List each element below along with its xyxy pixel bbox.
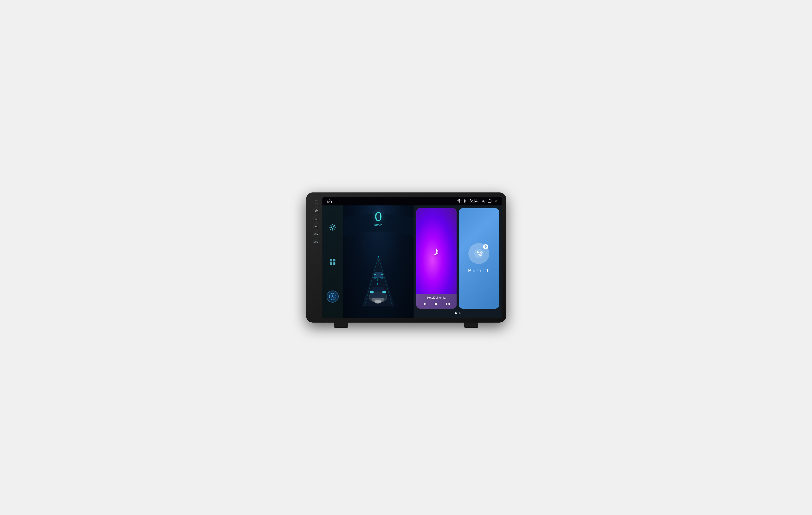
- mic-label: MIC: [315, 200, 318, 201]
- time-display: 8:14: [469, 199, 477, 204]
- album-art-area: ♪: [416, 208, 457, 294]
- cards-panel: ♪ HotelCalifornia ⏮ ▶ ⏭: [413, 206, 502, 319]
- pagination-dot-2[interactable]: [459, 312, 461, 314]
- chevron-up-icon[interactable]: [481, 199, 485, 203]
- song-title: HotelCalifornia: [419, 296, 454, 299]
- music-card-info: HotelCalifornia ⏮ ▶ ⏭: [416, 294, 457, 309]
- svg-point-39: [474, 249, 484, 258]
- pagination-dot-1[interactable]: [455, 312, 457, 314]
- volume-up-button[interactable]: 🔊▲: [313, 231, 320, 238]
- main-content: 0 km/h: [322, 206, 502, 319]
- driving-view: 0 km/h: [343, 206, 413, 319]
- home-hw-button[interactable]: ⌂: [313, 215, 320, 222]
- svg-point-23: [380, 277, 384, 279]
- status-bar-right: 8:14: [457, 199, 498, 204]
- screen: 8:14: [322, 196, 502, 319]
- phone-bluetooth-icon: [473, 248, 484, 259]
- wifi-icon: [457, 200, 461, 203]
- settings-gear-icon: [329, 223, 337, 231]
- bluetooth-label: Bluetooth: [468, 268, 490, 274]
- cards-row: ♪ HotelCalifornia ⏮ ▶ ⏭: [416, 208, 499, 309]
- power-button[interactable]: ⏻: [313, 207, 320, 214]
- svg-rect-4: [333, 259, 336, 262]
- bluetooth-status-icon: [463, 199, 466, 203]
- bluetooth-card[interactable]: Bluetooth: [459, 208, 499, 309]
- sidebar-settings-button[interactable]: [327, 221, 339, 233]
- volume-down-icon: 🔊▼: [314, 241, 319, 243]
- svg-point-17: [374, 300, 381, 304]
- svg-rect-30: [373, 287, 383, 291]
- back-hw-button[interactable]: ↩: [313, 223, 320, 230]
- bluetooth-small-icon: [485, 245, 487, 248]
- volume-down-button[interactable]: 🔊▼: [313, 239, 320, 245]
- svg-rect-20: [374, 274, 376, 275]
- svg-rect-0: [488, 200, 491, 203]
- physical-button-panel: MIC RST ⏻ ⌂ ↩ 🔊▲ 🔊▼: [310, 196, 322, 319]
- sidebar-navigation-button[interactable]: [327, 291, 339, 303]
- app-sidebar: [322, 206, 343, 319]
- home-soft-icon: [327, 199, 332, 203]
- svg-rect-5: [330, 262, 332, 265]
- svg-point-1: [331, 226, 334, 229]
- status-bar: 8:14: [322, 196, 502, 206]
- prev-track-button[interactable]: ⏮: [421, 301, 428, 307]
- power-icon: ⏻: [315, 209, 318, 212]
- status-icons: [457, 199, 466, 203]
- head-unit: MIC RST ⏻ ⌂ ↩ 🔊▲ 🔊▼: [306, 192, 506, 323]
- music-note-icon: ♪: [433, 244, 439, 258]
- music-controls: ⏮ ▶ ⏭: [419, 301, 454, 307]
- recent-apps-icon[interactable]: [488, 199, 492, 203]
- speed-unit: km/h: [374, 223, 382, 227]
- pagination-dots: [416, 311, 499, 315]
- svg-rect-19: [375, 272, 382, 274]
- nav-icons: [481, 199, 498, 203]
- status-bar-left: [326, 198, 333, 204]
- speed-display: 0 km/h: [374, 210, 382, 227]
- back-soft-icon[interactable]: [494, 199, 498, 203]
- bluetooth-indicator: [483, 244, 488, 249]
- play-pause-button[interactable]: ▶: [433, 301, 439, 307]
- home-hw-icon: ⌂: [315, 217, 317, 220]
- svg-point-2: [330, 225, 335, 230]
- music-card[interactable]: ♪ HotelCalifornia ⏮ ▶ ⏭: [416, 208, 457, 309]
- home-soft-button[interactable]: [326, 198, 333, 204]
- svg-rect-21: [381, 274, 383, 275]
- volume-up-icon: 🔊▲: [314, 233, 319, 235]
- next-track-button[interactable]: ⏭: [444, 301, 452, 307]
- navigation-icon: [329, 293, 337, 301]
- apps-grid-icon: [329, 258, 337, 266]
- back-hw-icon: ↩: [315, 225, 318, 228]
- svg-rect-3: [330, 259, 332, 262]
- rst-label: RST: [315, 203, 318, 204]
- sidebar-apps-button[interactable]: [327, 256, 339, 268]
- svg-point-35: [350, 236, 351, 236]
- svg-rect-6: [333, 262, 336, 265]
- svg-point-22: [373, 277, 377, 279]
- bluetooth-phone-circle: [468, 243, 489, 264]
- speed-number: 0: [374, 210, 382, 223]
